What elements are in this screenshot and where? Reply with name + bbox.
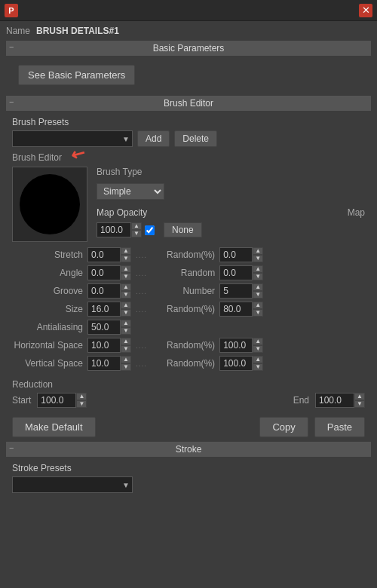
preset-select-wrapper: ▼	[12, 130, 133, 147]
params-grid: Stretch ▲▼ .... Random(%) ▲▼ Angle ▲▼	[6, 245, 371, 375]
see-basic-parameters-button[interactable]: See Basic Parameters	[18, 65, 135, 85]
param-row-stretch: Stretch ▲▼ .... Random(%) ▲▼	[12, 247, 365, 263]
hspace-right-input[interactable]	[219, 338, 253, 353]
vspace-right-spin-up[interactable]: ▲	[253, 356, 263, 363]
size-right-spin-down[interactable]: ▼	[253, 309, 263, 317]
brush-type-row: Brush Type	[97, 167, 365, 177]
groove-right-spin-up[interactable]: ▲	[253, 283, 263, 291]
start-input[interactable]	[37, 393, 76, 408]
brush-preset-select[interactable]	[12, 130, 133, 147]
stretch-dots: ....	[136, 251, 147, 259]
param-row-antialiasing: Antialiasing ▲▼	[12, 319, 365, 335]
brush-editor-area: Brush Type Simple Airbrush Image Map Opa…	[6, 164, 371, 245]
map-opacity-checkbox[interactable]	[145, 225, 155, 235]
stretch-input-group: ▲▼	[87, 247, 131, 262]
antialiasing-spin-down[interactable]: ▼	[121, 327, 131, 335]
size-spin-up[interactable]: ▲	[121, 302, 131, 309]
stretch-right-spin-down[interactable]: ▼	[253, 255, 263, 262]
antialiasing-spin-up[interactable]: ▲	[121, 320, 131, 327]
groove-spin-down[interactable]: ▼	[121, 291, 131, 299]
end-spin-down[interactable]: ▼	[354, 400, 365, 408]
stroke-collapse-icon[interactable]: −	[9, 443, 14, 452]
vspace-right-input[interactable]	[219, 356, 253, 371]
brush-presets-row: Brush Presets	[6, 114, 371, 130]
size-spin-down[interactable]: ▼	[121, 309, 131, 317]
stretch-spin-up[interactable]: ▲	[121, 247, 131, 255]
basic-collapse-icon[interactable]: −	[9, 42, 14, 51]
param-row-hspace: Horizontal Space ▲▼ .... Random(%) ▲▼	[12, 337, 365, 354]
end-spin-up[interactable]: ▲	[354, 393, 365, 400]
hspace-spin-up[interactable]: ▲	[121, 338, 131, 345]
angle-right-spin-down[interactable]: ▼	[253, 273, 263, 280]
angle-label: Angle	[12, 268, 87, 278]
brush-presets-controls: ▼ Add Delete	[6, 130, 371, 150]
size-right-input-group: ▲▼	[219, 302, 263, 317]
hspace-dots: ....	[136, 341, 147, 350]
hspace-input-group: ▲▼	[87, 338, 131, 353]
delete-preset-button[interactable]: Delete	[174, 130, 217, 147]
map-opacity-row: Map Opacity Map	[97, 207, 365, 218]
stretch-label: Stretch	[12, 250, 87, 260]
brush-collapse-icon[interactable]: −	[9, 97, 14, 106]
hspace-input[interactable]	[87, 338, 121, 353]
angle-right-spin-up[interactable]: ▲	[253, 265, 263, 273]
angle-spin-down[interactable]: ▼	[121, 273, 131, 280]
groove-right-label: Number	[152, 286, 219, 296]
stroke-section: − Stroke Stroke Presets ▼	[6, 442, 371, 496]
map-opacity-spin-up[interactable]: ▲	[131, 222, 142, 230]
hspace-right-spin-down[interactable]: ▼	[253, 345, 263, 353]
groove-input[interactable]	[87, 283, 121, 299]
vspace-spin-down[interactable]: ▼	[121, 363, 131, 371]
vspace-input[interactable]	[87, 356, 121, 371]
groove-spin-up[interactable]: ▲	[121, 283, 131, 291]
stroke-title: Stroke	[176, 444, 202, 455]
groove-right-input-group: ▲▼	[219, 283, 263, 299]
stroke-preset-select[interactable]	[12, 476, 133, 493]
end-input[interactable]	[315, 393, 354, 408]
vspace-right-spin-down[interactable]: ▼	[253, 363, 263, 371]
brush-type-label: Brush Type	[97, 167, 142, 177]
hspace-right-input-group: ▲▼	[219, 338, 263, 353]
make-default-button[interactable]: Make Default	[12, 417, 96, 437]
start-spin-down[interactable]: ▼	[76, 400, 87, 408]
angle-input[interactable]	[87, 265, 121, 280]
brush-type-select[interactable]: Simple Airbrush Image	[97, 183, 164, 200]
hspace-right-spin-up[interactable]: ▲	[253, 338, 263, 345]
hspace-spin-down[interactable]: ▼	[121, 345, 131, 353]
start-input-group: ▲▼	[37, 393, 87, 408]
close-button[interactable]: ✕	[359, 4, 372, 17]
add-preset-button[interactable]: Add	[137, 130, 170, 147]
vspace-input-group: ▲▼	[87, 356, 131, 371]
size-label: Size	[12, 304, 87, 314]
size-right-spin-up[interactable]: ▲	[253, 302, 263, 309]
end-label: End	[293, 395, 309, 406]
map-opacity-spin-down[interactable]: ▼	[131, 230, 142, 237]
size-input[interactable]	[87, 302, 121, 317]
stretch-right-label: Random(%)	[152, 250, 219, 260]
name-value: BRUSH DETAILS#1	[36, 26, 119, 36]
stroke-presets-controls: ▼	[6, 476, 371, 496]
hspace-right-label: Random(%)	[152, 340, 219, 351]
param-row-groove: Groove ▲▼ .... Number ▲▼	[12, 283, 365, 299]
main-content: Name BRUSH DETAILS#1 − Basic Parameters …	[0, 21, 377, 502]
angle-right-input[interactable]	[219, 265, 253, 280]
stretch-input[interactable]	[87, 247, 121, 262]
paste-button[interactable]: Paste	[314, 417, 365, 437]
reduction-content: Reduction Start ▲▼ End ▲▼	[6, 376, 371, 411]
groove-right-input[interactable]	[219, 283, 253, 299]
stretch-right-input[interactable]	[219, 247, 253, 262]
stretch-spin-down[interactable]: ▼	[121, 255, 131, 262]
size-right-input[interactable]	[219, 302, 253, 317]
groove-right-spin-down[interactable]: ▼	[253, 291, 263, 299]
antialiasing-input[interactable]	[87, 320, 121, 335]
map-none-button[interactable]: None	[164, 222, 202, 237]
angle-spin-up[interactable]: ▲	[121, 265, 131, 273]
map-opacity-input[interactable]	[97, 222, 131, 237]
groove-input-group: ▲▼	[87, 283, 131, 299]
copy-button[interactable]: Copy	[259, 417, 308, 437]
vspace-spin-up[interactable]: ▲	[121, 356, 131, 363]
start-spin-up[interactable]: ▲	[76, 393, 87, 400]
stroke-preset-select-wrapper: ▼	[12, 476, 133, 493]
start-label: Start	[12, 395, 31, 406]
stretch-right-spin-up[interactable]: ▲	[253, 247, 263, 255]
